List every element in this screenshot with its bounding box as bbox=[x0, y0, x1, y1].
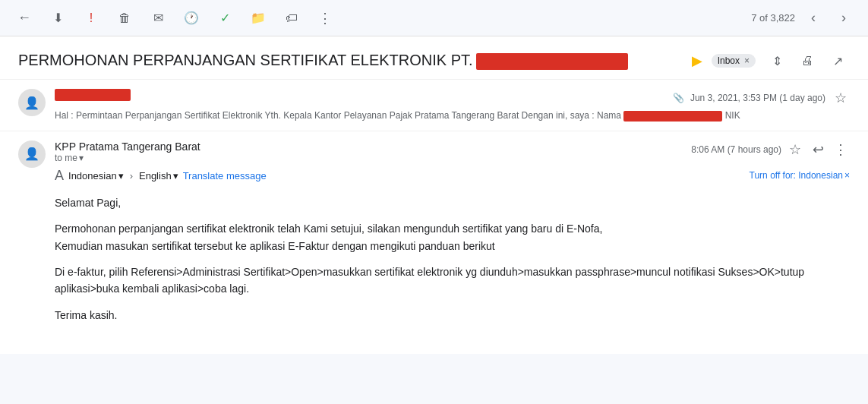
move-to-button[interactable]: 📁 bbox=[246, 6, 270, 30]
second-message-header: KPP Pratama Tangerang Barat to me ▾ 8:06… bbox=[55, 140, 850, 163]
more-icon: ⋮ bbox=[318, 10, 332, 27]
forward-icon: ▶ bbox=[692, 52, 702, 69]
prev-email-button[interactable]: ‹ bbox=[801, 6, 825, 30]
target-lang-selector[interactable]: English ▾ bbox=[139, 170, 178, 181]
first-message-sender bbox=[55, 89, 131, 101]
subject-redacted bbox=[476, 53, 628, 70]
star-button-2[interactable]: ☆ bbox=[786, 140, 804, 159]
body-closing: Terima kasih. bbox=[55, 307, 850, 324]
subject-row: PERMOHONAN PERPANJANGAN SERTIFIKAT ELEKT… bbox=[0, 36, 868, 80]
body-greeting: Selamat Pagi, bbox=[55, 194, 850, 211]
target-lang-dropdown-icon: ▾ bbox=[173, 170, 178, 181]
to-me-text: to me bbox=[55, 153, 77, 163]
back-button[interactable]: ← bbox=[12, 6, 36, 30]
second-message-content: KPP Pratama Tangerang Barat to me ▾ 8:06… bbox=[55, 140, 850, 345]
translate-message-button[interactable]: Translate message bbox=[183, 170, 267, 181]
avatar-placeholder-icon-2: 👤 bbox=[24, 147, 39, 161]
archive-button[interactable]: ⬇ bbox=[46, 6, 70, 30]
mark-unread-button[interactable]: ✉ bbox=[146, 6, 170, 30]
print-button[interactable]: 🖨 bbox=[795, 49, 819, 73]
translate-bar: A Indonesian ▾ › English ▾ Translate mes… bbox=[55, 163, 850, 191]
second-message: 👤 KPP Pratama Tangerang Barat to me ▾ 8:… bbox=[0, 131, 868, 354]
toolbar-right: 7 of 3,822 ‹ › bbox=[751, 6, 856, 30]
first-message-snippet: Hal : Permintaan Perpanjangan Sertifikat… bbox=[55, 110, 850, 122]
delete-icon: 🗑 bbox=[118, 11, 131, 25]
translate-arrow-icon: › bbox=[130, 170, 133, 181]
email-container: PERMOHONAN PERPANJANGAN SERTIFIKAT ELEKT… bbox=[0, 36, 868, 354]
report-spam-button[interactable]: ! bbox=[79, 6, 103, 30]
source-lang-selector[interactable]: Indonesian ▾ bbox=[68, 170, 124, 181]
reply-button[interactable]: ↩ bbox=[809, 140, 827, 159]
email-subject: PERMOHONAN PERPANJANGAN SERTIFIKAT ELEKT… bbox=[18, 52, 683, 70]
nik-redacted bbox=[623, 111, 722, 122]
more-button-2[interactable]: ⋮ bbox=[832, 140, 850, 159]
chevron-left-icon: ‹ bbox=[811, 10, 816, 26]
first-message-date: Jun 3, 2021, 3:53 PM (1 day ago) bbox=[690, 93, 825, 103]
clip-icon: 📎 bbox=[673, 93, 684, 103]
snippet-text: Hal : Permintaan Perpanjangan Sertifikat… bbox=[55, 110, 621, 121]
done-icon: ✓ bbox=[220, 11, 230, 25]
email-body: Selamat Pagi, Permohonan perpanjangan se… bbox=[55, 191, 850, 345]
inbox-badge: Inbox × bbox=[712, 54, 756, 68]
open-in-new-button[interactable]: ↗ bbox=[825, 49, 850, 73]
turn-off-translate-button[interactable]: Turn off for: Indonesian × bbox=[750, 170, 850, 181]
inbox-label: Inbox bbox=[718, 55, 740, 66]
delete-button[interactable]: 🗑 bbox=[112, 6, 137, 30]
turn-off-close-icon: × bbox=[844, 170, 850, 181]
sender-avatar-2: 👤 bbox=[18, 140, 46, 168]
more-options-button[interactable]: ⋮ bbox=[313, 6, 337, 30]
inbox-close-button[interactable]: × bbox=[744, 55, 750, 66]
first-message-meta: 📎 Jun 3, 2021, 3:53 PM (1 day ago) ☆ bbox=[673, 89, 850, 107]
kpp-sender-name: KPP Pratama Tangerang Barat bbox=[55, 140, 200, 153]
second-message-sender-info: KPP Pratama Tangerang Barat to me ▾ bbox=[55, 140, 200, 163]
subject-text: PERMOHONAN PERPANJANGAN SERTIFIKAT ELEKT… bbox=[18, 52, 473, 68]
archive-icon: ⬇ bbox=[53, 11, 63, 25]
turn-off-label: Turn off for: Indonesian bbox=[750, 170, 843, 181]
next-email-button[interactable]: › bbox=[832, 6, 856, 30]
toolbar-left: ← ⬇ ! 🗑 ✉ 🕐 ✓ 📁 🏷 ⋮ bbox=[12, 6, 337, 30]
folder-icon: 📁 bbox=[251, 11, 266, 25]
sender-name-redacted bbox=[55, 89, 131, 101]
snooze-button[interactable]: 🕐 bbox=[179, 6, 204, 30]
subject-actions: ⇕ 🖨 ↗ bbox=[765, 49, 850, 73]
print-icon: 🖨 bbox=[801, 54, 813, 68]
label-icon: 🏷 bbox=[286, 11, 298, 25]
done-button[interactable]: ✓ bbox=[213, 6, 237, 30]
source-lang-text: Indonesian bbox=[68, 170, 117, 181]
star-icon-2: ☆ bbox=[789, 141, 801, 158]
collapse-expand-button[interactable]: ⇕ bbox=[765, 49, 789, 73]
chevron-right-icon: › bbox=[841, 10, 846, 26]
star-icon: ☆ bbox=[835, 90, 847, 106]
nik-label: NIK bbox=[725, 110, 740, 121]
more-icon-2: ⋮ bbox=[834, 141, 847, 158]
nav-count: 7 of 3,822 bbox=[751, 12, 795, 24]
translate-icon: A bbox=[55, 168, 64, 184]
second-message-actions: 8:06 AM (7 hours ago) ☆ ↩ ⋮ bbox=[691, 140, 850, 159]
open-in-new-icon: ↗ bbox=[833, 54, 843, 68]
spam-icon: ! bbox=[90, 11, 93, 25]
target-lang-text: English bbox=[139, 170, 172, 181]
email-icon: ✉ bbox=[153, 11, 163, 25]
label-button[interactable]: 🏷 bbox=[279, 6, 304, 30]
first-message-content: 📎 Jun 3, 2021, 3:53 PM (1 day ago) ☆ Hal… bbox=[55, 89, 850, 122]
translate-message-label: Translate message bbox=[183, 170, 267, 181]
chevron-updown-icon: ⇕ bbox=[772, 54, 782, 68]
first-message: 👤 📎 Jun 3, 2021, 3:53 PM (1 day ago) ☆ H… bbox=[0, 80, 868, 131]
sender-avatar-1: 👤 bbox=[18, 89, 46, 116]
first-message-header: 📎 Jun 3, 2021, 3:53 PM (1 day ago) ☆ bbox=[55, 89, 850, 107]
star-button-1[interactable]: ☆ bbox=[832, 89, 850, 107]
dropdown-arrow-icon[interactable]: ▾ bbox=[79, 153, 84, 163]
reply-icon: ↩ bbox=[813, 141, 824, 158]
back-icon: ← bbox=[17, 10, 31, 26]
top-toolbar: ← ⬇ ! 🗑 ✉ 🕐 ✓ 📁 🏷 ⋮ 7 of 3,822 bbox=[0, 0, 868, 36]
to-me-label: to me ▾ bbox=[55, 153, 200, 163]
body-paragraph-2: Di e-faktur, pilih Referensi>Administras… bbox=[55, 264, 850, 298]
source-lang-dropdown-icon: ▾ bbox=[118, 170, 124, 181]
second-message-time: 8:06 AM (7 hours ago) bbox=[691, 144, 781, 155]
body-paragraph-1: Permohonan perpanjangan sertifikat elekt… bbox=[55, 220, 850, 254]
clock-icon: 🕐 bbox=[184, 11, 199, 25]
avatar-placeholder-icon: 👤 bbox=[24, 96, 39, 110]
